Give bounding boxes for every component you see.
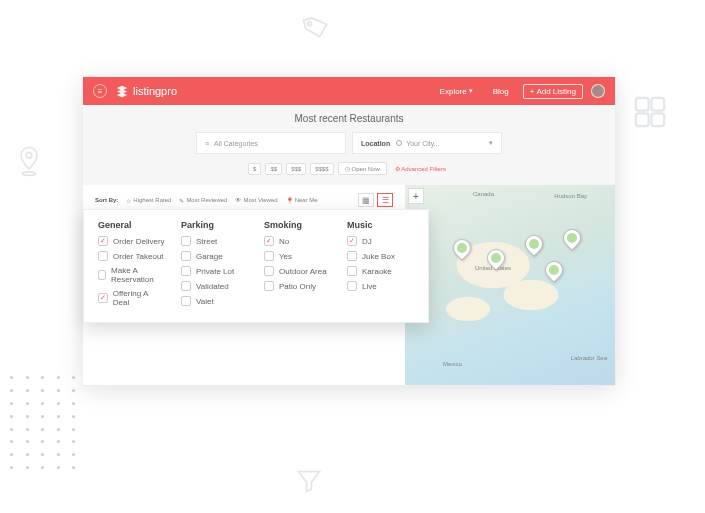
logo[interactable]: listingpro — [115, 84, 177, 98]
filter-option[interactable]: ✓Offering A Deal — [98, 289, 165, 307]
top-bar: ≡ listingpro Explore▾ Blog +Add Listing — [83, 77, 615, 105]
filter-option[interactable]: Karaoke — [347, 266, 414, 276]
category-select[interactable]: ≡ All Categories — [196, 132, 346, 154]
avatar[interactable] — [591, 84, 605, 98]
checkbox[interactable] — [98, 251, 108, 261]
chevron-down-icon: ▾ — [489, 139, 493, 147]
checkbox[interactable] — [181, 266, 191, 276]
map-marker[interactable] — [541, 257, 566, 282]
filter-option[interactable]: Live — [347, 281, 414, 291]
location-select[interactable]: Location Your City... ▾ — [352, 132, 502, 154]
grid-icon — [633, 95, 667, 129]
sort-near-me[interactable]: 📍Near Me — [286, 197, 318, 204]
checkbox[interactable] — [264, 281, 274, 291]
svg-rect-6 — [651, 113, 664, 126]
map-label-labrador: Labrador Sea — [571, 355, 607, 361]
location-pin-icon — [15, 145, 43, 177]
price-2[interactable]: $$ — [265, 163, 282, 175]
filter-option[interactable]: Outdoor Area — [264, 266, 331, 276]
filter-label: Order Delivery — [113, 237, 165, 246]
open-now-toggle[interactable]: ◷Open Now — [338, 162, 387, 175]
filter-label: Make A Reservation — [111, 266, 165, 284]
plus-icon: + — [530, 87, 535, 96]
filter-label: No — [279, 237, 289, 246]
filter-label: Validated — [196, 282, 229, 291]
map[interactable]: + Canada Hudson Bay United States Mexico… — [405, 185, 615, 385]
nav-explore[interactable]: Explore▾ — [434, 87, 479, 96]
clock-icon: ◷ — [345, 165, 350, 172]
filter-panel: General✓Order DeliveryOrder TakeoutMake … — [83, 209, 429, 323]
price-4[interactable]: $$$$ — [310, 163, 333, 175]
decorative-dots — [10, 376, 80, 471]
page-title: Most recent Restaurants — [83, 113, 615, 124]
logo-text: listingpro — [133, 85, 177, 97]
filter-option[interactable]: Garage — [181, 251, 248, 261]
filter-heading-music: Music — [347, 220, 414, 230]
checkbox[interactable] — [181, 251, 191, 261]
checkbox[interactable] — [264, 266, 274, 276]
map-marker[interactable] — [559, 225, 584, 250]
map-label-mexico: Mexico — [443, 361, 462, 367]
filter-label: Offering A Deal — [113, 289, 165, 307]
filter-option[interactable]: ✓Order Delivery — [98, 236, 165, 246]
sort-highest-rated[interactable]: ☆Highest Rated — [126, 197, 171, 204]
svg-point-1 — [26, 152, 32, 158]
view-grid-button[interactable]: ▦ — [358, 193, 374, 207]
filter-option[interactable]: Private Lot — [181, 266, 248, 276]
filter-option[interactable]: Order Takeout — [98, 251, 165, 261]
view-list-button[interactable]: ☰ — [377, 193, 393, 207]
sort-most-viewed[interactable]: 👁Most Viewed — [235, 197, 277, 203]
filter-label: Live — [362, 282, 377, 291]
checkbox[interactable] — [181, 296, 191, 306]
filter-option[interactable]: Juke Box — [347, 251, 414, 261]
content-area: Sort By: ☆Highest Rated ✎Most Reviewed 👁… — [83, 185, 615, 385]
add-listing-button[interactable]: +Add Listing — [523, 84, 583, 99]
filter-option[interactable]: Valet — [181, 296, 248, 306]
filter-label: Outdoor Area — [279, 267, 327, 276]
filter-option[interactable]: Validated — [181, 281, 248, 291]
checkbox[interactable] — [347, 281, 357, 291]
filter-option[interactable]: ✓No — [264, 236, 331, 246]
filter-label: Street — [196, 237, 217, 246]
checkbox[interactable]: ✓ — [264, 236, 274, 246]
filter-label: Yes — [279, 252, 292, 261]
price-3[interactable]: $$$ — [286, 163, 306, 175]
chevron-down-icon: ▾ — [469, 87, 473, 95]
map-fullscreen-button[interactable]: + — [408, 188, 424, 204]
checkbox[interactable] — [181, 281, 191, 291]
sort-most-reviewed[interactable]: ✎Most Reviewed — [179, 197, 227, 204]
map-label-canada: Canada — [473, 191, 494, 197]
filter-option[interactable]: Street — [181, 236, 248, 246]
map-marker[interactable] — [521, 231, 546, 256]
filter-option[interactable]: Make A Reservation — [98, 266, 165, 284]
filter-label: DJ — [362, 237, 372, 246]
filter-label: Juke Box — [362, 252, 395, 261]
filter-option[interactable]: Patio Only — [264, 281, 331, 291]
advanced-filters-link[interactable]: ⚙ Advanced Filters — [391, 165, 450, 172]
checkbox[interactable] — [264, 251, 274, 261]
grid-view-icon: ▦ — [362, 196, 370, 205]
checkbox[interactable] — [347, 266, 357, 276]
filter-label: Order Takeout — [113, 252, 164, 261]
map-marker[interactable] — [449, 235, 474, 260]
svg-point-2 — [22, 172, 36, 175]
filter-label: Patio Only — [279, 282, 316, 291]
checkbox[interactable] — [347, 251, 357, 261]
checkbox[interactable] — [181, 236, 191, 246]
map-label-hudson: Hudson Bay — [554, 193, 587, 199]
filter-option[interactable]: Yes — [264, 251, 331, 261]
filter-heading-parking: Parking — [181, 220, 248, 230]
checkbox[interactable]: ✓ — [98, 236, 108, 246]
search-section: Most recent Restaurants ≡ All Categories… — [83, 105, 615, 185]
filter-label: Private Lot — [196, 267, 234, 276]
checkbox[interactable]: ✓ — [98, 293, 108, 303]
svg-rect-3 — [636, 98, 649, 111]
price-filter-row: $ $$ $$$ $$$$ ◷Open Now ⚙ Advanced Filte… — [83, 162, 615, 175]
nav-blog[interactable]: Blog — [487, 87, 515, 96]
price-1[interactable]: $ — [248, 163, 261, 175]
results-panel: Sort By: ☆Highest Rated ✎Most Reviewed 👁… — [83, 185, 405, 385]
checkbox[interactable] — [98, 270, 106, 280]
menu-button[interactable]: ≡ — [93, 84, 107, 98]
checkbox[interactable]: ✓ — [347, 236, 357, 246]
filter-option[interactable]: ✓DJ — [347, 236, 414, 246]
